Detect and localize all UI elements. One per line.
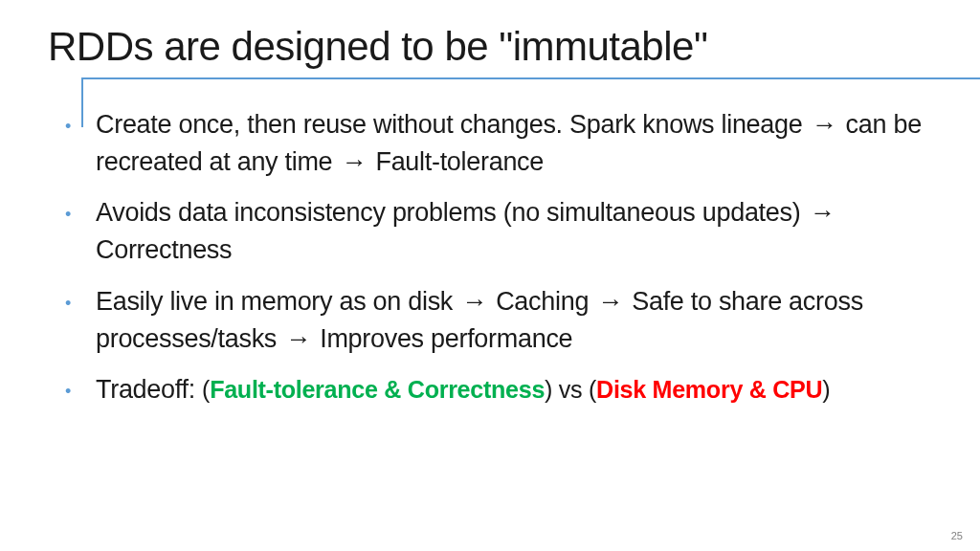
slide-title: RDDs are designed to be "immutable"	[38, 24, 942, 70]
bullet-text: Easily live in memory as on disk	[96, 287, 459, 316]
bullet-text: Avoids data inconsistency problems (no s…	[96, 198, 808, 227]
paren-text: ) vs (	[545, 376, 596, 403]
arrow-icon: →	[595, 283, 625, 320]
slide: RDDs are designed to be "immutable" Crea…	[0, 0, 980, 551]
bullet-text: Create once, then reuse without changes.…	[96, 110, 810, 139]
bullet-list: Create once, then reuse without changes.…	[38, 106, 942, 408]
arrow-icon: →	[810, 106, 839, 143]
bullet-text: Improves performance	[313, 324, 572, 353]
bullet-item: Tradeoff: (Fault-tolerance & Correctness…	[57, 371, 942, 408]
bullet-text: Correctness	[96, 235, 232, 264]
paren-text: )	[822, 376, 830, 403]
arrow-icon: →	[459, 283, 489, 320]
bullet-item: Easily live in memory as on disk → Cachi…	[57, 283, 942, 358]
bullet-text: Caching	[489, 287, 595, 316]
arrow-icon: →	[283, 320, 313, 358]
bullet-item: Avoids data inconsistency problems (no s…	[57, 194, 942, 269]
page-number: 25	[951, 530, 963, 541]
title-underline	[81, 77, 942, 79]
paren-text: (	[202, 376, 210, 403]
arrow-icon: →	[340, 143, 369, 181]
highlight-red: Disk Memory & CPU	[596, 376, 822, 403]
bullet-text: Tradeoff:	[96, 375, 202, 404]
highlight-green: Fault-tolerance & Correctness	[210, 376, 545, 403]
bullet-item: Create once, then reuse without changes.…	[57, 106, 942, 181]
arrow-icon: →	[808, 194, 837, 231]
bullet-text: Fault-tolerance	[368, 147, 544, 176]
